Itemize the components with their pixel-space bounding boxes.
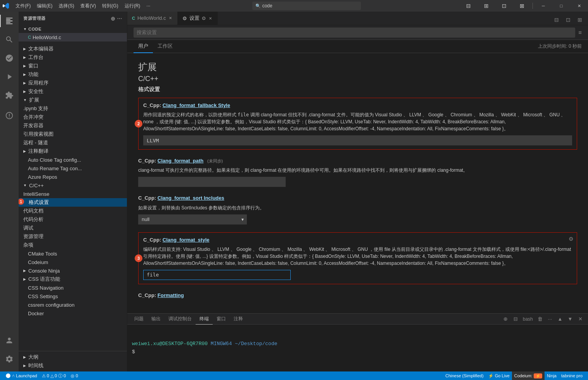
split-editor-icon[interactable]: ⊟ [552,15,562,25]
outline-section[interactable]: ▶ 大纲 [19,353,127,361]
nav-intellisense[interactable]: IntelliSense [19,190,127,198]
setting-fallback-input[interactable]: LLVM [143,135,572,145]
nav-autocloseconf[interactable]: Auto Close Tag config... [19,155,127,164]
nav-features[interactable]: ▶ 功能 [19,70,127,79]
nav-resourcemgmt[interactable]: 资源管理 [19,232,127,241]
terminal-tab-output[interactable]: 输出 [147,314,165,325]
nav-remote[interactable]: 远程 - 隧道 [19,138,127,147]
menu-select[interactable]: 选择(S) [56,0,77,12]
menu-view[interactable]: 查看(V) [77,0,99,12]
menu-edit[interactable]: 编辑(E) [34,0,56,12]
activity-extensions[interactable] [0,86,19,105]
nav-merge[interactable]: 合并冲突 [19,113,127,121]
terminal-split-btn[interactable]: ⊟ [511,314,520,324]
tab-close-helloworld[interactable]: ✕ [168,15,173,21]
menu-more[interactable]: ··· [143,0,153,12]
settings-tab-user[interactable]: 用户 [134,40,153,53]
minimize-btn[interactable]: ─ [534,0,552,12]
setting-sort-select[interactable]: null true false [138,214,247,225]
status-ninja[interactable]: Ninja [545,371,559,380]
layout-icon[interactable]: ⊞ [575,15,585,25]
more-actions-icon[interactable]: ⊡ [563,15,573,25]
nav-workbench[interactable]: ▶ 工作台 [19,53,127,62]
nav-ipynb[interactable]: .ipynb 支持 [19,104,127,113]
terminal-clear-btn[interactable]: 🗑 [535,314,545,324]
layout-btn-1[interactable]: ⊟ [460,0,477,12]
status-remote[interactable]: ◎ 0 [68,371,80,380]
settings-filter-icon[interactable]: ≡ [578,29,582,36]
nav-label: C/C++ [29,183,44,188]
nav-cssnavigation[interactable]: CSS Navigation [19,283,127,292]
terminal-down-btn[interactable]: ▼ [565,314,575,324]
activity-accounts[interactable] [0,331,19,350]
nav-debug[interactable]: 调试 [19,224,127,232]
nav-window[interactable]: ▶ 窗口 [19,62,127,70]
nav-cssrem[interactable]: cssrem configuration [19,301,127,309]
settings-tab-workspace[interactable]: 工作区 [153,40,177,53]
status-branch[interactable]: ⑃ Launchpad [3,371,40,380]
setting-path-input[interactable] [138,177,286,187]
status-tabnine[interactable]: tabnine pro [559,371,585,380]
title-search-box[interactable]: 🔍 [252,2,361,10]
timeline-section[interactable]: ▶ 时间线 [19,361,127,370]
status-codeium[interactable]: Codeium: ⚡ [512,371,545,380]
layout-btn-2[interactable]: ⊞ [477,0,495,12]
nav-cmake[interactable]: CMake Tools [19,249,127,258]
tab-close-settings[interactable]: ✕ [208,16,213,21]
terminal-new-btn[interactable]: ⊕ [501,314,510,324]
nav-devcontainer[interactable]: 开发容器 [19,121,127,130]
nav-extensions[interactable]: ▼ 扩展 [19,96,127,104]
layout-btn-3[interactable]: ⊡ [495,0,513,12]
activity-explorer[interactable] [0,12,19,30]
activity-settings[interactable] [0,350,19,368]
nav-csslang[interactable]: ▶ CSS 语言功能 [19,275,127,283]
status-golive[interactable]: ⚡ Go Live [486,371,512,380]
tab-settings[interactable]: ⚙ 设置 ⊙ ✕ [178,12,218,25]
title-search-input[interactable] [262,3,348,9]
new-file-icon[interactable]: ⊕ [111,16,116,22]
terminal-up-btn[interactable]: ▲ [555,314,565,324]
nav-docker[interactable]: Docker [19,309,127,318]
layout-btn-4[interactable]: ⊠ [513,0,531,12]
nav-azurerepos[interactable]: Azure Repos [19,173,127,181]
status-language[interactable]: Chinese (Simplified) [443,371,486,380]
nav-codedocs[interactable]: 代码文档 [19,207,127,215]
activity-run[interactable] [0,67,19,86]
activity-remote[interactable] [0,106,19,125]
nav-refsearch[interactable]: 引用搜索视图 [19,130,127,138]
sidebar-file-helloworld[interactable]: C HelloWorld.c [19,33,127,41]
nav-format-settings[interactable]: 1 格式设置 [19,198,127,207]
nav-autorenameconf[interactable]: Auto Rename Tag con... [19,164,127,173]
close-btn[interactable]: ✕ [570,0,588,12]
terminal-tab-debug[interactable]: 调试控制台 [165,314,196,325]
activity-search[interactable] [0,30,19,49]
nav-codeium[interactable]: Codeium [19,258,127,266]
code-section-header[interactable]: ▼ CODE [19,25,127,33]
terminal-tab-terminal[interactable]: 终端 [196,314,213,325]
terminal-more-btn[interactable]: ··· [545,314,555,324]
setting-style-input[interactable] [143,270,291,280]
menu-goto[interactable]: 转到(G) [99,0,121,12]
menu-file[interactable]: 文件(F) [12,0,34,12]
terminal-close-btn[interactable]: ✕ [576,314,585,324]
new-folder-icon[interactable]: ··· [117,16,122,22]
tab-helloworld[interactable]: C HelloWorld.c ✕ [127,12,178,25]
nav-consoleninja[interactable]: ▶ Console Ninja [19,266,127,275]
nav-csssettings[interactable]: CSS Settings [19,292,127,301]
terminal-tab-port[interactable]: 窗口 [213,314,230,325]
nav-codeanalysis[interactable]: 代码分析 [19,215,127,224]
nav-cpp[interactable]: ▼ C/C++ [19,181,127,190]
nav-annotation[interactable]: ▶ 注释翻译 [19,147,127,155]
nav-app[interactable]: ▶ 应用程序 [19,79,127,87]
nav-text-editor[interactable]: ▶ 文本编辑器 [19,45,127,53]
settings-search-input[interactable] [134,28,575,38]
setting-gear-icon[interactable]: ⚙ [569,236,574,242]
nav-misc[interactable]: 杂项 [19,241,127,249]
menu-run[interactable]: 运行(R) [121,0,144,12]
activity-git[interactable] [0,49,19,67]
status-errors[interactable]: ⚠ 0 △ 0 ⓘ 0 [40,371,68,380]
maximize-btn[interactable]: □ [552,0,570,12]
terminal-tab-comment[interactable]: 注释 [230,314,247,325]
terminal-tab-problems[interactable]: 问题 [130,314,147,325]
nav-security[interactable]: ▶ 安全性 [19,87,127,96]
